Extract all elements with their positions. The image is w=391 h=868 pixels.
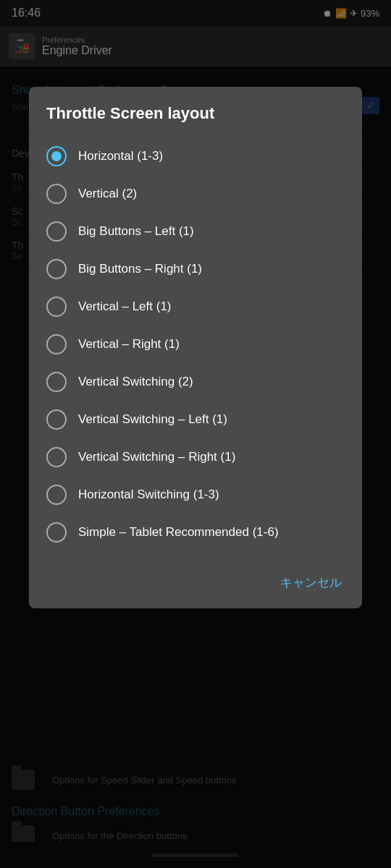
radio-circle-9 xyxy=(46,485,67,505)
radio-options-list: Horizontal (1-3)Vertical (2)Big Buttons … xyxy=(46,137,345,551)
radio-label-8: Vertical Switching – Right (1) xyxy=(78,450,235,464)
radio-label-2: Big Buttons – Left (1) xyxy=(78,224,194,239)
radio-option-2[interactable]: Big Buttons – Left (1) xyxy=(46,213,345,250)
radio-option-1[interactable]: Vertical (2) xyxy=(46,175,345,213)
radio-circle-6 xyxy=(46,372,67,392)
radio-label-6: Vertical Switching (2) xyxy=(78,375,193,389)
radio-circle-7 xyxy=(46,409,67,430)
radio-label-1: Vertical (2) xyxy=(78,187,137,201)
radio-circle-2 xyxy=(46,221,67,242)
radio-option-6[interactable]: Vertical Switching (2) xyxy=(46,363,345,401)
radio-label-10: Simple – Tablet Recommended (1-6) xyxy=(78,525,279,540)
radio-option-9[interactable]: Horizontal Switching (1-3) xyxy=(46,476,345,514)
radio-option-8[interactable]: Vertical Switching – Right (1) xyxy=(46,438,345,476)
radio-label-4: Vertical – Left (1) xyxy=(78,299,172,314)
radio-circle-5 xyxy=(46,334,67,354)
dialog-title: Throttle Screen layout xyxy=(46,104,345,123)
radio-circle-4 xyxy=(46,297,67,317)
dialog-footer: キャンセル xyxy=(46,563,345,597)
radio-label-0: Horizontal (1-3) xyxy=(78,149,163,163)
throttle-layout-dialog: Throttle Screen layout Horizontal (1-3)V… xyxy=(29,87,362,608)
radio-option-10[interactable]: Simple – Tablet Recommended (1-6) xyxy=(46,514,345,551)
radio-label-3: Big Buttons – Right (1) xyxy=(78,262,202,276)
radio-inner-0 xyxy=(51,151,62,161)
radio-label-7: Vertical Switching – Left (1) xyxy=(78,412,227,427)
radio-option-7[interactable]: Vertical Switching – Left (1) xyxy=(46,401,345,438)
radio-option-4[interactable]: Vertical – Left (1) xyxy=(46,288,345,326)
radio-label-5: Vertical – Right (1) xyxy=(78,337,180,352)
radio-option-5[interactable]: Vertical – Right (1) xyxy=(46,326,345,363)
radio-circle-8 xyxy=(46,447,67,467)
cancel-button[interactable]: キャンセル xyxy=(277,569,345,597)
radio-circle-3 xyxy=(46,259,67,279)
radio-circle-10 xyxy=(46,522,67,542)
radio-option-0[interactable]: Horizontal (1-3) xyxy=(46,137,345,175)
dialog-overlay: Throttle Screen layout Horizontal (1-3)V… xyxy=(0,0,391,868)
radio-label-9: Horizontal Switching (1-3) xyxy=(78,488,219,502)
radio-circle-1 xyxy=(46,184,67,204)
radio-option-3[interactable]: Big Buttons – Right (1) xyxy=(46,250,345,288)
radio-circle-0 xyxy=(46,146,67,166)
